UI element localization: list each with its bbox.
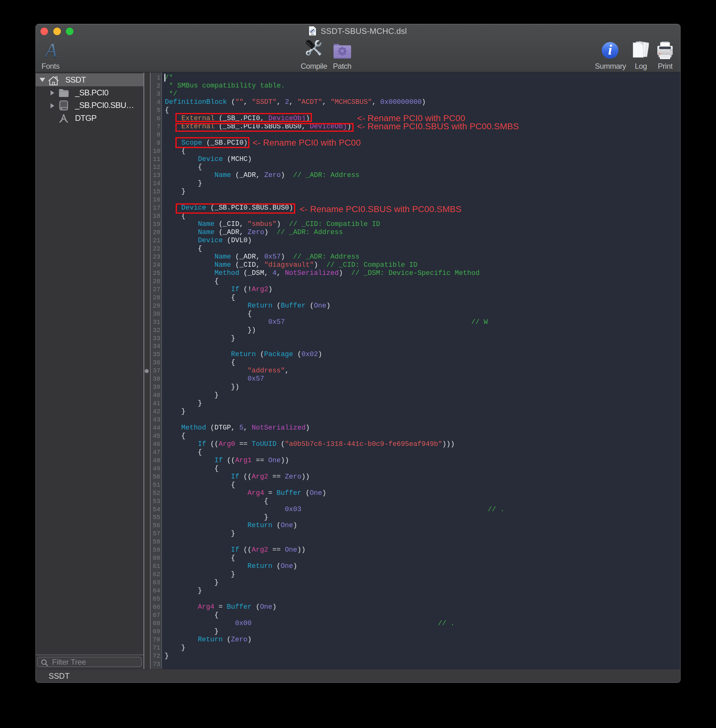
svg-text:DSL: DSL bbox=[311, 33, 314, 35]
